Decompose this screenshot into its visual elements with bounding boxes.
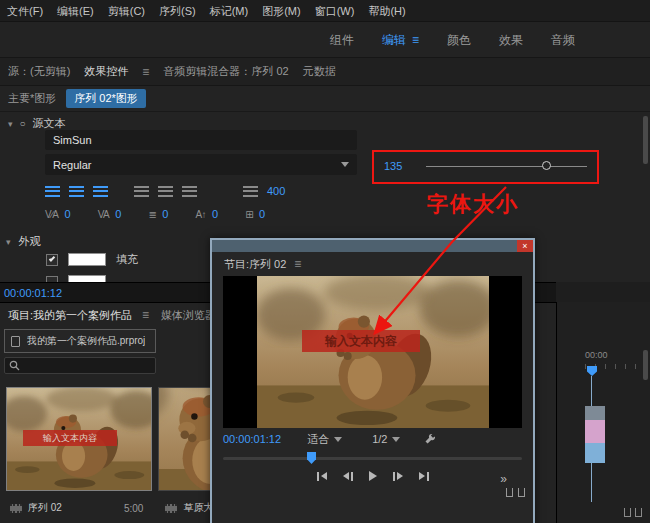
sequence-icon: [10, 504, 22, 513]
title-overlay-text: 输入文本内容: [23, 430, 117, 446]
fill-checkbox[interactable]: [46, 254, 58, 266]
timeline-clip-video[interactable]: [585, 443, 605, 463]
fill-color-swatch[interactable]: [68, 253, 106, 266]
menu-clip[interactable]: 剪辑(C): [101, 0, 152, 22]
disclosure-triangle-icon[interactable]: ▾: [6, 237, 11, 247]
checkmark-icon: [49, 255, 55, 261]
font-family-dropdown[interactable]: SimSun: [45, 130, 357, 150]
font-family-value: SimSun: [53, 134, 92, 146]
monitor-scrubber-track[interactable]: [223, 457, 522, 460]
clip-name[interactable]: 草原大: [183, 501, 213, 515]
zoom-level-dropdown[interactable]: 适合: [307, 432, 342, 447]
workspace-tab-assembly[interactable]: 组件: [330, 32, 354, 49]
align-center-icon[interactable]: [69, 186, 84, 197]
font-size-slider-track[interactable]: [426, 166, 587, 167]
toggle-animation-icon[interactable]: ○: [20, 118, 26, 129]
lift-icon[interactable]: [506, 488, 513, 497]
tab-audio-clip-mixer[interactable]: 音频剪辑混合器：序列 02: [163, 64, 288, 79]
font-size-value[interactable]: 135: [384, 160, 402, 172]
leading-value[interactable]: 0: [162, 208, 168, 220]
playback-resolution-dropdown[interactable]: 1/2: [372, 433, 400, 445]
extract-icon[interactable]: [518, 488, 525, 497]
search-icon: [9, 360, 20, 371]
workspace-tab-color[interactable]: 颜色: [447, 32, 471, 49]
menu-help[interactable]: 帮助(H): [361, 0, 412, 22]
program-timecode[interactable]: 00:00:01:12: [223, 433, 281, 445]
dropdown-chevron-icon: [392, 437, 400, 442]
align-left-icon[interactable]: [45, 186, 60, 197]
selected-title-text[interactable]: 输入文本内容: [302, 330, 420, 352]
align-right-icon[interactable]: [93, 186, 108, 197]
justify-all-icon[interactable]: [182, 186, 197, 197]
panel-tab-strip: 源：(无剪辑) 效果控件 ≡ 音频剪辑混合器：序列 02 元数据: [0, 58, 650, 86]
settings-wrench-icon[interactable]: [424, 433, 436, 445]
more-buttons-icon[interactable]: »: [500, 472, 507, 486]
dropdown-chevron-icon: [334, 437, 342, 442]
proportional-spacing-value[interactable]: 0: [259, 208, 265, 220]
master-clip-selector[interactable]: 主要*图形: [8, 91, 56, 106]
workspace-tab-effects[interactable]: 效果: [499, 32, 523, 49]
effect-controls-timecode[interactable]: 00:00:01:12: [4, 287, 62, 299]
menu-sequence[interactable]: 序列(S): [152, 0, 203, 22]
step-forward-button[interactable]: [393, 472, 403, 481]
menu-file[interactable]: 文件(F): [0, 0, 50, 22]
clip-duration: 5:00: [124, 503, 143, 514]
font-weight-value[interactable]: 400: [267, 185, 285, 197]
monitor-scrubber-handle[interactable]: [307, 452, 316, 464]
window-titlebar[interactable]: ×: [212, 240, 533, 252]
menu-graphics[interactable]: 图形(M): [255, 0, 308, 22]
workspace-tab-editing[interactable]: 编辑 ≡: [382, 32, 419, 49]
timeline-clip-adjustment[interactable]: [585, 406, 605, 420]
justify-last-center-icon[interactable]: [158, 186, 173, 197]
justify-last-left-icon[interactable]: [134, 186, 149, 197]
workspace-menu-icon[interactable]: ≡: [412, 33, 419, 47]
text-spacing-toolbar: V∕A0 VA0 ≣0 A↑0 ⊞0: [45, 208, 265, 220]
tracking-value[interactable]: 0: [115, 208, 121, 220]
clip-thumbnail-sequence-02[interactable]: 输入文本内容: [6, 387, 152, 491]
squirrel-video-frame: [257, 276, 489, 428]
appearance-label: 外观: [19, 234, 41, 249]
tab-source-monitor[interactable]: 源：(无剪辑): [8, 64, 70, 79]
sequence-clip-selector[interactable]: 序列 02*图形: [66, 89, 146, 108]
disclosure-triangle-icon[interactable]: ▾: [8, 119, 13, 129]
stroke-color-swatch[interactable]: [68, 275, 106, 282]
project-panel-menu-icon[interactable]: ≡: [142, 308, 149, 322]
tab-effect-controls[interactable]: 效果控件: [84, 64, 128, 79]
menu-edit[interactable]: 编辑(E): [50, 0, 101, 22]
timeline-clip-graphic[interactable]: [585, 420, 605, 443]
project-file-name: 我的第一个案例作品.prproj: [27, 334, 145, 348]
tab-program-monitor[interactable]: 节目:序列 02: [224, 257, 286, 272]
panel-menu-icon[interactable]: ≡: [142, 65, 149, 79]
workspace-bar: 组件 编辑 ≡ 颜色 效果 音频: [0, 22, 650, 58]
tab-media-browser[interactable]: 媒体浏览器: [161, 308, 216, 323]
go-to-in-button[interactable]: [317, 472, 327, 481]
menu-marker[interactable]: 标记(M): [203, 0, 256, 22]
playhead-marker[interactable]: [587, 366, 597, 376]
step-back-button[interactable]: [343, 472, 353, 481]
font-size-slider-handle[interactable]: [542, 161, 551, 170]
baseline-shift-value[interactable]: 0: [212, 208, 218, 220]
font-weight-icon[interactable]: [243, 186, 258, 197]
tab-metadata[interactable]: 元数据: [303, 64, 336, 79]
program-monitor-menu-icon[interactable]: ≡: [294, 257, 301, 271]
play-button[interactable]: [369, 471, 377, 481]
close-icon[interactable]: ×: [517, 240, 533, 252]
clip-icon: [165, 504, 177, 513]
extract-icon[interactable]: [635, 508, 642, 517]
effect-controls-scrollbar[interactable]: [643, 116, 648, 276]
workspace-tab-audio[interactable]: 音频: [551, 32, 575, 49]
monitor-edit-icons: [506, 488, 525, 497]
timeline-scrollbar[interactable]: [643, 350, 648, 380]
lift-icon[interactable]: [624, 508, 631, 517]
clip-name[interactable]: 序列 02: [28, 501, 62, 515]
menu-window[interactable]: 窗口(W): [308, 0, 362, 22]
search-input[interactable]: [4, 357, 156, 374]
go-to-out-button[interactable]: [419, 472, 429, 481]
tab-project[interactable]: 项目:我的第一个案例作品: [8, 308, 132, 323]
program-monitor-video[interactable]: 输入文本内容: [223, 276, 522, 428]
font-style-dropdown[interactable]: Regular: [45, 154, 357, 175]
text-alignment-toolbar: 400: [45, 184, 285, 198]
leading-icon: ≣: [148, 209, 156, 220]
project-file-row[interactable]: 我的第一个案例作品.prproj: [4, 329, 156, 353]
kerning-value[interactable]: 0: [65, 208, 71, 220]
